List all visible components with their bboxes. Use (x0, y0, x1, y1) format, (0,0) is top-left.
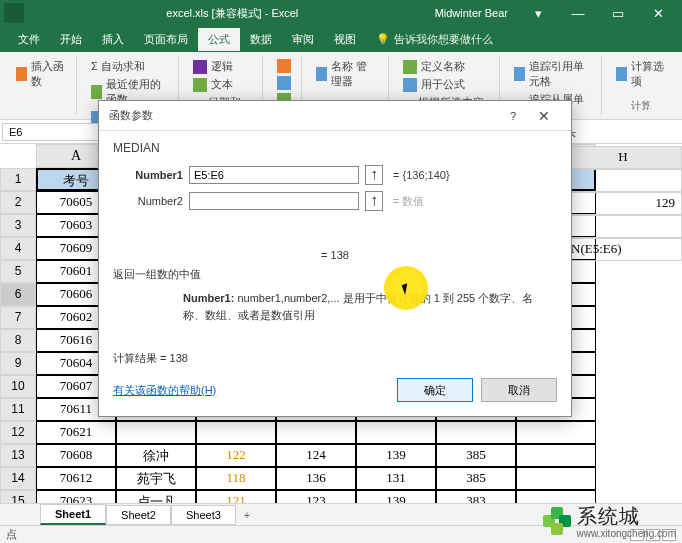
text-button[interactable]: 文本 (191, 76, 254, 93)
tab-layout[interactable]: 页面布局 (134, 28, 198, 51)
cell[interactable]: 122 (196, 444, 276, 467)
argument-desc: Number1: number1,number2,... 是用于中值计算的 1 … (113, 290, 557, 323)
cell[interactable]: 70612 (36, 467, 116, 490)
calc-options-button[interactable]: 计算选项 (614, 58, 668, 90)
sheet-tab[interactable]: Sheet2 (106, 505, 171, 525)
app-icon (4, 3, 24, 23)
tab-formula[interactable]: 公式 (198, 28, 240, 51)
row-header[interactable]: 11 (0, 398, 36, 421)
cell[interactable]: 124 (276, 444, 356, 467)
cell[interactable]: 徐冲 (116, 444, 196, 467)
ribbon-options-icon[interactable]: ▾ (518, 6, 558, 21)
cell[interactable]: 385 (436, 444, 516, 467)
calcres-value: 138 (170, 352, 188, 364)
row-header[interactable]: 12 (0, 421, 36, 444)
ok-button[interactable]: 确定 (397, 378, 473, 402)
autosum-button[interactable]: Σ 自动求和 (89, 58, 170, 75)
cell[interactable] (516, 421, 596, 444)
cell[interactable] (276, 421, 356, 444)
dialog-close-button[interactable]: ✕ (527, 108, 561, 124)
cell[interactable] (436, 421, 516, 444)
range-select-button[interactable]: ⭡ (365, 191, 383, 211)
insert-function-button[interactable]: 插入函数 (14, 58, 68, 90)
arg2-input[interactable] (189, 192, 359, 210)
row-header[interactable]: 14 (0, 467, 36, 490)
arg1-input[interactable] (189, 166, 359, 184)
trace-precedents-button[interactable]: 追踪引用单元格 (512, 58, 593, 90)
watermark-url: www.xitongcheng.com (577, 528, 677, 539)
calc-icon (616, 67, 627, 81)
cell[interactable]: N(E5:E6) (564, 238, 682, 261)
sheet-tab[interactable]: Sheet1 (40, 504, 106, 525)
name-box[interactable] (2, 123, 100, 141)
define-icon (403, 60, 417, 74)
tell-me[interactable]: 💡告诉我你想要做什么 (376, 32, 493, 47)
minimize-button[interactable]: — (558, 6, 598, 21)
column-h: H 129 N(E5:E6) (564, 146, 682, 261)
cell[interactable] (564, 169, 682, 192)
usein-icon (403, 78, 417, 92)
dialog-help-button[interactable]: ? (499, 110, 527, 122)
tab-home[interactable]: 开始 (50, 28, 92, 51)
name-mgr-button[interactable]: 名称 管理器 (314, 58, 380, 90)
logic-button[interactable]: 逻辑 (191, 58, 254, 75)
cell[interactable] (356, 421, 436, 444)
row-header[interactable]: 10 (0, 375, 36, 398)
tab-insert[interactable]: 插入 (92, 28, 134, 51)
ribbon-group-insertfn: 插入函数 (6, 56, 77, 115)
cell[interactable]: 苑宇飞 (116, 467, 196, 490)
row-header[interactable]: 13 (0, 444, 36, 467)
col-header[interactable]: H (564, 146, 682, 169)
function-arguments-dialog: 函数参数 ? ✕ MEDIAN Number1 ⭡ = {136;140} Nu… (98, 100, 572, 417)
autosum-label: Σ 自动求和 (91, 59, 145, 74)
insert-function-label: 插入函数 (31, 59, 66, 89)
cell[interactable]: 136 (276, 467, 356, 490)
cell[interactable]: 118 (196, 467, 276, 490)
tab-file[interactable]: 文件 (8, 28, 50, 51)
row-header[interactable]: 1 (0, 168, 36, 191)
lookup-button[interactable] (275, 58, 293, 74)
use-formula-button[interactable]: 用于公式 (401, 76, 491, 93)
row-header[interactable]: 9 (0, 352, 36, 375)
tab-view[interactable]: 视图 (324, 28, 366, 51)
maximize-button[interactable]: ▭ (598, 6, 638, 21)
cell[interactable]: 131 (356, 467, 436, 490)
row-headers: 1 2 3 4 5 6 7 8 9 10 11 12 13 14 15 (0, 168, 36, 513)
cell[interactable]: 70621 (36, 421, 116, 444)
row-header[interactable]: 8 (0, 329, 36, 352)
status-mode: 点 (6, 527, 17, 542)
arg2-label: Number2 (113, 195, 183, 207)
row-header[interactable]: 3 (0, 214, 36, 237)
row-header[interactable]: 6 (0, 283, 36, 306)
row-header[interactable]: 5 (0, 260, 36, 283)
cancel-button[interactable]: 取消 (481, 378, 557, 402)
calc-result: 计算结果 = 138 (113, 351, 557, 366)
tab-review[interactable]: 审阅 (282, 28, 324, 51)
define-name-button[interactable]: 定义名称 (401, 58, 491, 75)
trace1-icon (514, 67, 525, 81)
function-help-link[interactable]: 有关该函数的帮助(H) (113, 383, 216, 398)
add-sheet-button[interactable]: + (236, 506, 258, 524)
arg1-eval: = {136;140} (393, 169, 450, 181)
math-button[interactable] (275, 75, 293, 91)
close-button[interactable]: ✕ (638, 6, 678, 21)
cell[interactable]: 129 (564, 192, 682, 215)
dialog-titlebar[interactable]: 函数参数 ? ✕ (99, 101, 571, 131)
row-header[interactable]: 4 (0, 237, 36, 260)
row-header[interactable]: 7 (0, 306, 36, 329)
cell[interactable]: 139 (356, 444, 436, 467)
cell[interactable]: 70608 (36, 444, 116, 467)
cell[interactable] (516, 444, 596, 467)
name-icon (316, 67, 327, 81)
tab-data[interactable]: 数据 (240, 28, 282, 51)
collapse-icon: ⭡ (369, 169, 380, 181)
window-title: excel.xls [兼容模式] - Excel (30, 6, 435, 21)
row-header[interactable]: 2 (0, 191, 36, 214)
cell[interactable]: 385 (436, 467, 516, 490)
range-select-button[interactable]: ⭡ (365, 165, 383, 185)
cell[interactable] (116, 421, 196, 444)
cell[interactable] (516, 467, 596, 490)
cell[interactable] (196, 421, 276, 444)
sheet-tab[interactable]: Sheet3 (171, 505, 236, 525)
cell[interactable] (564, 215, 682, 238)
